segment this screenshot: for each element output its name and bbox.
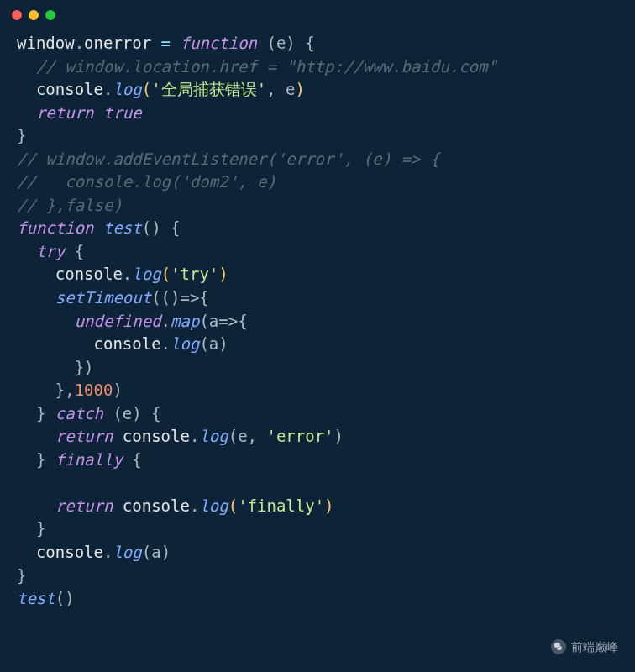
code-token: { (123, 450, 142, 469)
code-token: log (113, 543, 141, 561)
code-token: log (132, 265, 160, 283)
code-token: } (17, 126, 26, 144)
code-token: true (103, 103, 142, 122)
code-token: ) (324, 496, 333, 515)
code-token (17, 265, 55, 283)
code-token: window (17, 34, 75, 52)
code-token: (()=>{ (151, 288, 209, 307)
code-token: }, (55, 381, 75, 399)
code-token (17, 404, 36, 423)
code-token: } (17, 566, 26, 585)
code-token: { (65, 242, 84, 260)
code-token: . (103, 80, 113, 98)
code-token: (e, (228, 427, 267, 445)
code-token (94, 218, 103, 237)
code-token: return (36, 103, 94, 122)
minimize-icon[interactable] (29, 10, 39, 20)
code-token: console (113, 427, 190, 445)
code-token: ) (295, 80, 304, 98)
code-token: ) (113, 381, 122, 399)
code-token: onerror (84, 34, 151, 52)
code-token (17, 242, 36, 260)
code-token: log (113, 80, 141, 98)
code-token (17, 288, 55, 307)
code-token: log (199, 427, 228, 445)
code-token: . (161, 312, 171, 330)
code-token: () (55, 589, 75, 607)
code-token: catch (55, 404, 103, 423)
code-token: ) (218, 265, 228, 283)
code-token: console (36, 543, 103, 561)
close-icon[interactable] (12, 10, 22, 20)
code-token: . (123, 265, 132, 283)
code-token (17, 543, 36, 561)
code-comment: // },false) (17, 196, 123, 214)
code-token (17, 103, 36, 122)
code-token (17, 450, 36, 469)
code-token: console (94, 334, 161, 353)
code-token (17, 427, 55, 445)
code-token: . (190, 496, 199, 515)
code-token: ( (142, 80, 151, 98)
code-token: log (171, 334, 199, 353)
code-token: . (161, 334, 171, 353)
code-token: try (36, 242, 65, 260)
code-token: 'error' (266, 427, 333, 445)
code-token: , e (266, 80, 295, 98)
code-token: console (55, 265, 123, 283)
code-token: . (103, 543, 113, 561)
code-token: undefined (75, 312, 161, 330)
code-token: return (55, 496, 113, 515)
code-token: } (36, 404, 55, 423)
watermark-text: 前端巅峰 (571, 638, 618, 655)
code-token: (a) (142, 543, 171, 561)
code-token (17, 496, 55, 515)
code-token: return (55, 427, 113, 445)
code-token: test (103, 218, 142, 237)
watermark: 前端巅峰 (551, 638, 618, 655)
code-token: ) (334, 427, 344, 445)
code-token (17, 312, 75, 330)
code-token (17, 519, 36, 538)
code-token (17, 381, 55, 399)
code-token: () { (142, 218, 181, 237)
code-token: console (113, 496, 190, 515)
maximize-icon[interactable] (45, 10, 55, 20)
code-comment: // window.location.href = "http://www.ba… (17, 57, 497, 76)
code-token: } (36, 519, 45, 538)
code-token: }) (75, 358, 94, 376)
wechat-icon (551, 639, 566, 654)
code-token: test (17, 589, 55, 607)
code-token (17, 80, 36, 98)
window-controls (0, 0, 635, 27)
code-token: map (171, 312, 199, 330)
code-token: = (151, 34, 180, 52)
code-token: setTimeout (55, 288, 151, 307)
code-token: (e) { (103, 404, 161, 423)
code-token: 'finally' (238, 496, 324, 515)
code-token: ( (161, 265, 171, 283)
code-token: . (75, 34, 84, 52)
code-token: '全局捕获错误' (151, 80, 266, 98)
code-token: console (36, 80, 103, 98)
code-token: function (181, 34, 258, 52)
code-token: . (190, 427, 199, 445)
code-token (94, 103, 103, 122)
code-token: (a=>{ (199, 312, 247, 330)
code-token (17, 358, 75, 376)
code-token: 'try' (171, 265, 218, 283)
code-token: 1000 (75, 381, 113, 399)
code-comment: // console.log('dom2', e) (17, 172, 276, 191)
code-token: log (199, 496, 228, 515)
code-token: function (17, 218, 94, 237)
code-token: } (36, 450, 55, 469)
code-token: finally (55, 450, 123, 469)
code-token: ( (228, 496, 238, 515)
code-token: (a) (199, 334, 228, 353)
code-token: (e) { (257, 34, 315, 52)
code-token (17, 334, 94, 353)
code-comment: // window.addEventListener('error', (e) … (17, 150, 439, 168)
code-block: window.onerror = function (e) { // windo… (0, 27, 635, 616)
